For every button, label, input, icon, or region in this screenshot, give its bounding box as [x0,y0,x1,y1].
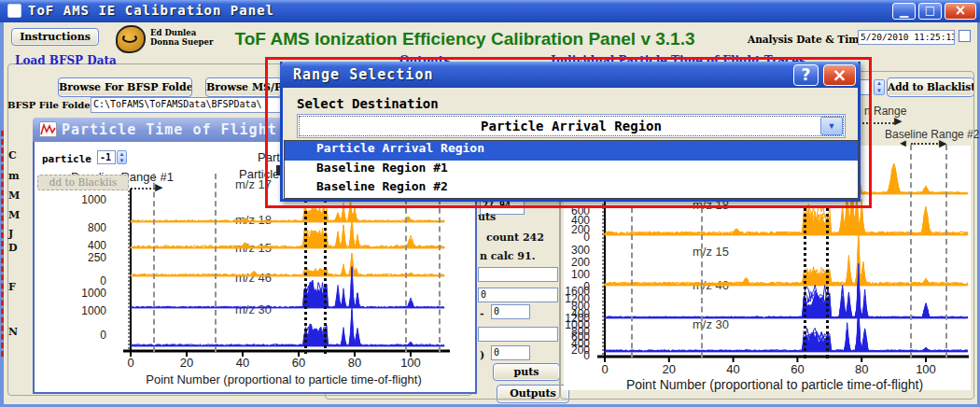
trace-mz30 [605,314,968,352]
y-tick-label: 1000 [73,193,106,206]
combobox-value: Particle Arrival Region [298,115,845,137]
trace-mz30 [131,311,444,346]
trace-mz30 [605,303,968,353]
dropdown-option[interactable]: Baseline Region #1 [285,161,858,179]
range-cursor-gray[interactable] [945,145,947,358]
minimize-button[interactable]: ▁ [892,3,916,20]
window-icon [7,4,21,18]
edge-red-marks [1,131,4,357]
particle-spinner[interactable]: ▲ ▼ [117,150,127,164]
trace-mz30 [605,316,968,352]
spin-up-icon[interactable]: ▲ [875,80,884,88]
x-axis-title: Point Number (proportional to particle t… [579,377,971,392]
y-tick-label: 400 [73,239,106,252]
range-cursor-gray[interactable] [439,189,441,352]
trace-mz15 [131,253,444,276]
analysis-datetime-label: Analysis Date & Time [748,34,865,45]
output-field-3[interactable]: 0 [491,304,530,319]
range-cursor-gray[interactable] [701,207,703,358]
right-particle-spinner[interactable]: ▲ ▼ [874,79,885,95]
app-title: ToF AMS Ionization Efficiency Calibratio… [185,29,745,49]
dialog-titlebar[interactable]: Range Selection ? × [280,62,861,88]
trace-mz30 [131,308,444,346]
trace-mz18 [131,218,444,248]
x-axis-title: Point Number (proportional to particle t… [119,372,448,386]
dialog-close-button[interactable]: × [823,64,856,86]
spin-down-icon[interactable]: ▼ [875,88,884,95]
dialog-help-button[interactable]: ? [793,64,819,86]
output-field-5[interactable]: 0 [491,345,530,360]
analysis-checkbox[interactable] [959,30,971,42]
bfsp-folder-label: BFSP File Folder [7,100,95,110]
particle-number-field[interactable]: -1 [97,150,116,164]
spin-up-icon[interactable]: ▲ [118,151,126,158]
trace-mz46 [605,274,968,318]
y-tick-label: 250 [73,251,106,264]
trace-mz30 [605,313,968,352]
output-fragment-count: count 242 [486,232,544,244]
output-field-2[interactable]: 0 [478,288,558,302]
range-cursor-gray[interactable] [631,207,633,358]
trace-mz15 [605,238,968,286]
bfsp-folder-field[interactable]: C:\ToFAMS\ToFAMSData\BFSPData\ [91,97,283,113]
spin-down-icon[interactable]: ▼ [118,158,126,164]
trace-mz15 [605,241,968,286]
title-bar[interactable]: ToF AMS IE Calibration Panel ▁ □ × [0,0,980,22]
application-window: ToF AMS IE Calibration Panel ▁ □ × Instr… [0,0,980,407]
trace-mz46 [131,267,444,308]
left-chart-canvas [110,183,452,360]
range-cursor-black[interactable] [304,184,307,354]
output-fragment-calc: n calc 91. [480,250,536,262]
trace-mz46 [605,263,968,318]
x-tick-label: 40 [721,362,747,376]
trace-mz17 [131,200,444,222]
range-cursor-gray[interactable] [910,145,912,358]
graph-icon-waveform [41,125,55,134]
edge-label-fragment: C [8,149,17,161]
x-tick-label: 100 [913,362,939,376]
load-bfsp-heading: Load BFSP Data [15,54,117,67]
graph-icon [39,121,57,137]
destination-combobox[interactable]: Particle Arrival Region ▼ [297,114,846,138]
baseline2-dotted-line [911,143,941,145]
range-cursor-black[interactable] [804,207,806,358]
range-cursor-gray[interactable] [215,174,217,352]
edge-label-fragment: M [8,189,20,202]
range-cursor-black[interactable] [826,207,829,358]
trace-mz46 [131,267,444,308]
left-window-title: Particle Time of Flight [62,121,277,138]
baseline2-left-arrow: ◄ [898,137,908,148]
output-field-4[interactable] [478,327,558,342]
range-cursor-gray[interactable] [405,189,407,352]
y-tick-label: 0 [73,329,106,342]
output-dash-fragment: - [480,308,484,320]
x-tick-label: 0 [592,362,618,376]
dialog-title: Range Selection [293,66,433,83]
region-range-arrow: ▶ [894,115,902,127]
output-paren-fragment: ) [480,349,484,361]
x-tick-label: 20 [656,362,682,376]
combo-chevron-icon[interactable]: ▼ [820,117,843,135]
cu-buffalo-logo [116,25,146,53]
trace-mz15 [131,254,444,276]
dropdown-option[interactable]: Baseline Region #2 [285,179,858,198]
dropdown-option-selected[interactable]: Particle Arrival Region [285,141,858,161]
output-field-1[interactable] [478,267,558,282]
y-tick-label: 0 [73,274,106,288]
range-cursor-gray[interactable] [153,174,155,352]
close-button[interactable]: × [945,3,976,20]
edge-label-fragment: F [8,281,16,293]
range-cursor-black[interactable] [324,184,327,354]
trace-mz15 [605,246,968,286]
edge-label-fragment: D [8,242,18,254]
instructions-button[interactable]: Instructions [11,28,99,46]
trace-mz17 [131,202,444,222]
x-tick-label: 60 [784,362,810,376]
particle-number-label: particle # [42,153,104,165]
right-particle-field[interactable] [859,79,872,95]
title-bar-label: ToF AMS IE Calibration Panel [28,3,274,18]
analysis-datetime-field[interactable]: 5/20/2010 11:25:13 [858,30,955,45]
fragment-part: Part [258,150,280,164]
edge-label-fragment: N [8,326,18,338]
maximize-button[interactable]: □ [918,3,942,20]
